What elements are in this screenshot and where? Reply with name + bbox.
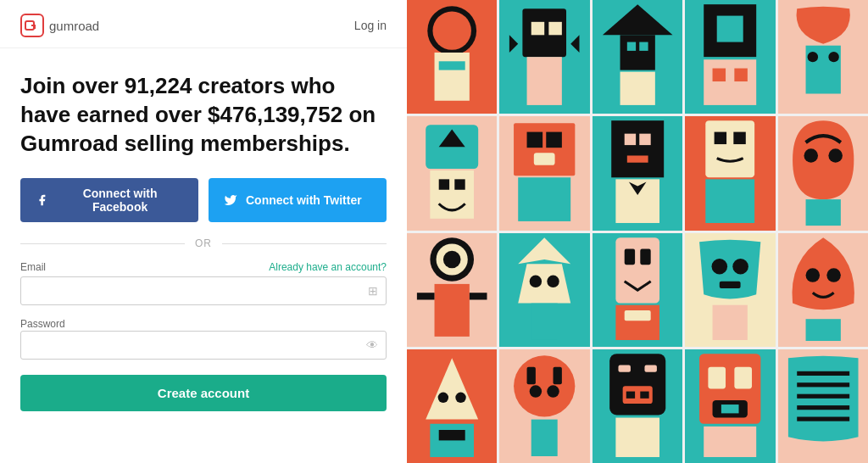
svg-point-92 [548, 385, 559, 397]
svg-rect-100 [640, 391, 648, 398]
grid-cell-13 [593, 233, 682, 347]
facebook-button[interactable]: Connect with Facebook [20, 178, 198, 222]
svg-rect-89 [527, 366, 536, 384]
gumroad-logo-svg [25, 18, 40, 33]
twitter-button[interactable]: Connect with Twitter [209, 178, 387, 222]
svg-rect-97 [644, 365, 656, 371]
logo-icon [20, 14, 44, 37]
email-group: Email Already have an account? ⊞ [20, 261, 387, 305]
logo: gumroad [20, 14, 99, 37]
main-content: Join over 91,224 creators who have earne… [0, 48, 407, 463]
svg-rect-77 [713, 304, 748, 339]
grid-cell-11 [407, 233, 497, 347]
svg-rect-69 [625, 248, 635, 265]
log-in-link[interactable]: Log in [354, 19, 387, 32]
svg-rect-32 [454, 180, 465, 190]
email-input[interactable] [20, 276, 387, 305]
headline: Join over 91,224 creators who have earne… [20, 72, 387, 158]
svg-rect-105 [735, 366, 753, 388]
svg-point-57 [443, 250, 461, 268]
password-input[interactable] [20, 331, 387, 360]
svg-rect-86 [439, 430, 465, 440]
svg-rect-110 [797, 371, 849, 376]
facebook-icon [36, 193, 48, 207]
svg-rect-19 [717, 16, 743, 42]
already-account-link[interactable]: Already have an account? [269, 261, 387, 273]
svg-point-26 [828, 52, 838, 62]
svg-rect-13 [620, 35, 654, 70]
svg-rect-44 [615, 180, 659, 224]
svg-rect-5 [439, 61, 465, 70]
svg-point-88 [514, 355, 575, 416]
svg-rect-38 [519, 178, 571, 222]
svg-rect-37 [534, 153, 555, 165]
svg-rect-42 [639, 134, 650, 145]
twitter-icon [224, 193, 237, 207]
email-label-row: Email Already have an account? [20, 261, 387, 273]
svg-rect-36 [547, 132, 563, 148]
grid-cell-15 [778, 233, 868, 347]
grid-cell-2 [499, 0, 589, 114]
svg-rect-43 [627, 156, 648, 163]
svg-point-83 [438, 392, 448, 402]
grid-cell-5 [778, 0, 868, 114]
svg-point-52 [828, 148, 843, 163]
svg-point-65 [548, 275, 559, 287]
svg-rect-40 [611, 120, 664, 177]
grid-cell-4 [685, 0, 775, 114]
svg-point-51 [804, 148, 818, 163]
grid-cell-6 [407, 116, 497, 230]
svg-rect-95 [609, 354, 665, 415]
svg-rect-112 [797, 393, 849, 398]
svg-rect-101 [615, 417, 659, 456]
svg-rect-99 [626, 391, 635, 398]
grid-cell-20 [778, 349, 868, 463]
svg-rect-108 [704, 427, 756, 457]
svg-rect-93 [531, 419, 558, 455]
email-label: Email [20, 261, 46, 273]
svg-point-75 [732, 258, 748, 274]
svg-rect-72 [625, 310, 651, 320]
grid-cell-18 [593, 349, 682, 463]
grid-cell-9 [685, 116, 775, 230]
svg-rect-20 [704, 59, 756, 105]
svg-rect-34 [514, 124, 575, 176]
svg-rect-16 [620, 72, 654, 105]
svg-rect-47 [715, 132, 726, 144]
svg-point-79 [805, 268, 820, 282]
or-line-left [20, 243, 185, 244]
svg-point-3 [432, 11, 470, 49]
svg-point-84 [455, 392, 465, 402]
header: gumroad Log in [0, 0, 407, 48]
svg-rect-113 [797, 405, 849, 410]
grid-cell-10 [778, 116, 868, 230]
or-text: OR [195, 237, 212, 249]
svg-rect-59 [417, 293, 435, 299]
svg-point-64 [530, 275, 542, 287]
grid-cell-8 [593, 116, 682, 230]
svg-rect-21 [713, 69, 726, 81]
svg-rect-66 [531, 303, 558, 339]
svg-rect-10 [527, 57, 562, 105]
svg-rect-15 [639, 42, 648, 51]
grid-cell-3 [593, 0, 682, 114]
svg-rect-114 [797, 416, 849, 421]
create-account-button[interactable]: Create account [20, 375, 387, 411]
grid-cell-16 [407, 349, 497, 463]
grid-cell-12 [499, 233, 589, 347]
left-panel: gumroad Log in Join over 91,224 creators… [0, 0, 407, 463]
svg-rect-41 [625, 134, 636, 145]
svg-rect-31 [439, 180, 449, 190]
social-buttons: Connect with Facebook Connect with Twitt… [20, 178, 387, 222]
svg-rect-76 [720, 281, 741, 287]
svg-rect-111 [797, 382, 849, 387]
svg-rect-8 [531, 22, 544, 35]
password-icon: 👁 [366, 338, 378, 352]
grid-cell-19 [685, 349, 775, 463]
svg-rect-53 [805, 199, 840, 226]
svg-point-25 [807, 52, 817, 62]
password-group: Password 👁 [20, 315, 387, 360]
grid-cell-7 [499, 116, 589, 230]
svg-rect-96 [618, 365, 630, 371]
svg-rect-81 [805, 319, 840, 341]
